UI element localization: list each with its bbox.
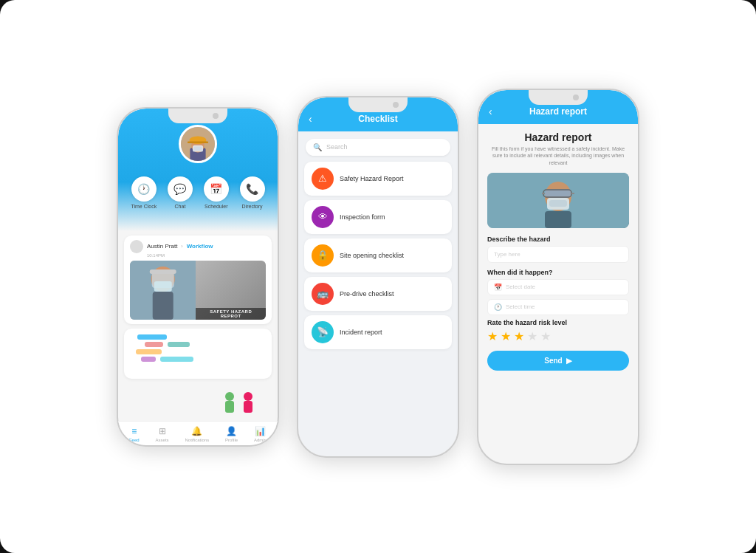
p1-username: Austin Pratt [147,243,177,250]
p1-nav-feed-label: Feed [129,438,140,442]
calendar-icon: 📅 [494,284,502,291]
clock-icon: 🕐 [494,303,502,311]
phone-2: ‹ Checklist 🔍 Search ⚠ Safety Hazard Rep… [297,96,459,458]
safety-hazard-icon: ⚠ [312,168,334,190]
svg-rect-11 [150,269,176,274]
p3-date-input[interactable]: 📅 Select date [487,279,629,295]
directory-item[interactable]: 📞 Directory [240,176,265,209]
p2-header-title: Checklist [358,114,397,124]
star-5[interactable]: ★ [540,329,551,343]
chat-label: Chat [175,204,186,209]
search-icon: 🔍 [313,143,322,151]
p1-nav-assets[interactable]: ⊞ Assets [156,426,169,442]
svg-rect-26 [545,211,571,228]
p1-image-label: SAFETY HAZARD REPROT [196,308,266,320]
p2-item-predrive[interactable]: 🚌 Pre-drive checklist [304,277,452,311]
p3-back-button[interactable]: ‹ [489,106,492,117]
p2-item-safety-hazard[interactable]: ⚠ Safety Hazard Report [304,162,452,196]
p1-user-row: Austin Pratt › Workflow [130,240,266,253]
p1-nav-notif-label: Notifications [185,438,209,442]
directory-label: Directory [242,204,263,209]
star-1[interactable]: ★ [487,329,498,343]
notch-dot-2 [393,102,399,108]
time-clock-item[interactable]: 🕐 Time Clock [131,176,157,209]
star-2[interactable]: ★ [501,329,511,343]
p1-nav-feed[interactable]: ≡ Feed [129,426,140,442]
p2-item-inspection[interactable]: 👁 Inspection form [304,200,452,234]
p1-bottom-nav: ≡ Feed ⊞ Assets 🔔 Notifications 👤 Profil… [118,421,278,445]
p3-subtitle: Fill this form if you have witnessed a s… [487,145,629,167]
p2-item-site-opening[interactable]: 🔒 Site opening checklist [304,238,452,272]
p1-time: 10:14PM [147,253,266,258]
p1-user-avatar [130,240,143,253]
svg-rect-5 [188,141,208,143]
p2-item-predrive-label: Pre-drive checklist [340,290,394,298]
notch-2 [348,97,408,112]
p3-send-label: Send [544,357,562,365]
p2-back-button[interactable]: ‹ [309,113,312,125]
phone-1: 🕐 Time Clock 💬 Chat 📅 Scheduler 📞 Direct… [117,107,279,447]
p1-sched-card [124,329,272,379]
phone-3: ‹ Hazard report Hazard report Fill this … [477,89,639,465]
notch-dot-3 [573,95,579,100]
p3-rate-label: Rate the hazard risk level [487,319,629,326]
send-arrow-icon: ▶ [566,357,572,365]
p3-time-placeholder: Select time [506,303,535,310]
p3-date-placeholder: Select date [506,284,535,290]
p2-search-bar[interactable]: 🔍 Search [306,139,450,156]
time-clock-label: Time Clock [131,204,157,209]
notch-1 [168,109,227,123]
p1-arrow: › [181,244,182,249]
site-opening-icon: 🔒 [312,244,334,267]
p3-star-rating[interactable]: ★ ★ ★ ★ ★ [487,329,629,343]
p3-when-label: When did it happen? [487,269,629,276]
p3-describe-input[interactable]: Type here [487,246,629,263]
assets-icon: ⊞ [159,426,166,436]
time-clock-icon: 🕐 [131,176,157,202]
phone-2-screen: ‹ Checklist 🔍 Search ⚠ Safety Hazard Rep… [298,97,458,456]
p2-search-text: Search [326,143,348,151]
notch-3 [529,90,588,105]
p3-describe-label: Describe the hazard [487,236,629,243]
p2-item-site-opening-label: Site opening checklist [340,252,404,259]
chat-item[interactable]: 💬 Chat [168,176,193,209]
p1-nav-profile[interactable]: 👤 Profile [225,426,238,442]
star-3[interactable]: ★ [514,329,524,343]
scheduler-item[interactable]: 📅 Scheduler [204,176,229,209]
p1-nav-assets-label: Assets [156,438,169,442]
p1-safety-image: SAFETY HAZARD REPROT [130,261,266,320]
feed-icon: ≡ [131,426,137,436]
p3-send-button[interactable]: Send ▶ [487,351,629,371]
p3-describe-placeholder: Type here [494,251,520,258]
phone-3-screen: ‹ Hazard report Hazard report Fill this … [478,90,638,464]
p2-checklist: ⚠ Safety Hazard Report 👁 Inspection form… [298,162,458,349]
svg-rect-12 [153,292,173,320]
p2-item-incident[interactable]: 📡 Incident report [304,315,452,349]
directory-icon: 📞 [240,176,265,202]
p3-time-input[interactable]: 🕐 Select time [487,299,629,315]
admin-icon: 📊 [255,426,266,436]
svg-rect-13 [154,281,172,292]
p1-nav-profile-label: Profile [225,438,238,442]
svg-rect-20 [545,189,571,198]
p2-item-safety-hazard-label: Safety Hazard Report [340,175,404,182]
p2-item-incident-label: Incident report [340,329,382,336]
star-4[interactable]: ★ [527,329,537,343]
p1-icons-row: 🕐 Time Clock 💬 Chat 📅 Scheduler 📞 Direct… [118,169,278,209]
svg-rect-22 [542,193,545,194]
p1-workflow-card: Austin Pratt › Workflow 10:14PM [124,236,272,324]
scene: 🕐 Time Clock 💬 Chat 📅 Scheduler 📞 Direct… [0,0,756,553]
predrive-icon: 🚌 [312,283,334,305]
scheduler-icon: 📅 [204,176,229,202]
notifications-icon: 🔔 [191,426,202,436]
p1-nav-admin-label: Admin [254,438,267,442]
p1-nav-admin[interactable]: 📊 Admin [254,426,267,442]
incident-icon: 📡 [312,321,334,343]
p1-nav-notifications[interactable]: 🔔 Notifications [185,426,209,442]
svg-rect-7 [194,146,202,150]
p1-workflow-label: Workflow [187,243,213,250]
p2-item-inspection-label: Inspection form [340,213,385,221]
scheduler-label: Scheduler [205,204,228,209]
p3-main-title: Hazard report [487,131,629,143]
avatar [179,125,217,163]
